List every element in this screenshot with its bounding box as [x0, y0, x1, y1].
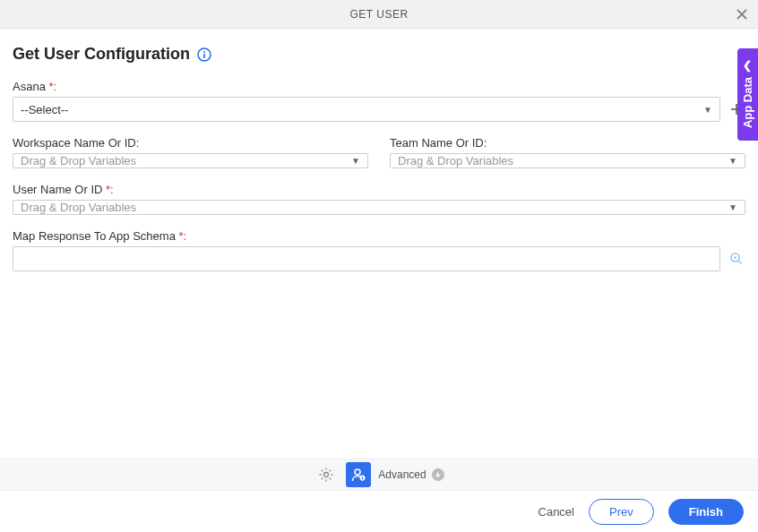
advanced-button[interactable]: Advanced + [378, 468, 444, 481]
advanced-label: Advanced [378, 468, 426, 481]
dialog-footer: Cancel Prev Finish [0, 491, 758, 532]
user-input[interactable]: Drag & Drop Variables ▼ [13, 200, 745, 215]
workspace-label: Workspace Name Or ID: [13, 136, 368, 150]
search-icon[interactable] [728, 250, 745, 268]
chevron-left-icon: ❮ [744, 59, 753, 72]
info-icon[interactable] [197, 47, 211, 62]
asana-label: Asana *: [13, 80, 745, 93]
asana-value: --Select-- [21, 103, 68, 116]
chevron-down-icon: ▼ [703, 105, 712, 115]
user-placeholder: Drag & Drop Variables [21, 201, 136, 214]
svg-point-7 [362, 476, 363, 477]
svg-rect-8 [362, 477, 363, 479]
svg-point-1 [203, 51, 205, 53]
team-placeholder: Drag & Drop Variables [398, 154, 513, 167]
app-data-label: App Data [741, 77, 754, 128]
map-response-label: Map Response To App Schema *: [13, 229, 745, 243]
map-response-input[interactable] [13, 246, 720, 271]
cancel-button[interactable]: Cancel [538, 505, 574, 519]
dialog-content: Get User Configuration Asana *: --Select… [0, 29, 758, 271]
user-label: User Name Or ID *: [13, 183, 745, 196]
team-label: Team Name Or ID: [390, 136, 745, 150]
svg-rect-2 [203, 54, 205, 58]
asana-group: Asana *: --Select-- ▼ [13, 80, 745, 122]
dialog-title: GET USER [349, 8, 408, 21]
chevron-down-icon: ▼ [728, 202, 737, 212]
workspace-input[interactable]: Drag & Drop Variables ▼ [13, 153, 368, 168]
page-title: Get User Configuration [13, 45, 190, 64]
bottom-toolbar: Advanced + [0, 459, 758, 491]
gear-icon[interactable] [314, 462, 339, 487]
app-data-tab[interactable]: App Data ❮ [737, 48, 758, 141]
map-response-group: Map Response To App Schema *: [13, 229, 745, 271]
team-input[interactable]: Drag & Drop Variables ▼ [390, 153, 745, 168]
close-icon[interactable] [735, 7, 749, 21]
workspace-placeholder: Drag & Drop Variables [21, 154, 136, 167]
plus-circle-icon: + [432, 468, 444, 481]
page-title-row: Get User Configuration [13, 45, 745, 64]
chevron-down-icon: ▼ [728, 156, 737, 166]
dialog-header: GET USER [0, 0, 758, 29]
team-group: Team Name Or ID: Drag & Drop Variables ▼ [390, 136, 745, 168]
svg-point-4 [324, 473, 329, 477]
chevron-down-icon: ▼ [351, 156, 360, 166]
user-group: User Name Or ID *: Drag & Drop Variables… [13, 183, 745, 215]
asana-select[interactable]: --Select-- ▼ [13, 97, 720, 122]
prev-button[interactable]: Prev [589, 499, 654, 525]
finish-button[interactable]: Finish [668, 499, 744, 525]
user-config-icon[interactable] [346, 462, 371, 487]
svg-point-5 [355, 469, 360, 475]
workspace-group: Workspace Name Or ID: Drag & Drop Variab… [13, 136, 368, 168]
